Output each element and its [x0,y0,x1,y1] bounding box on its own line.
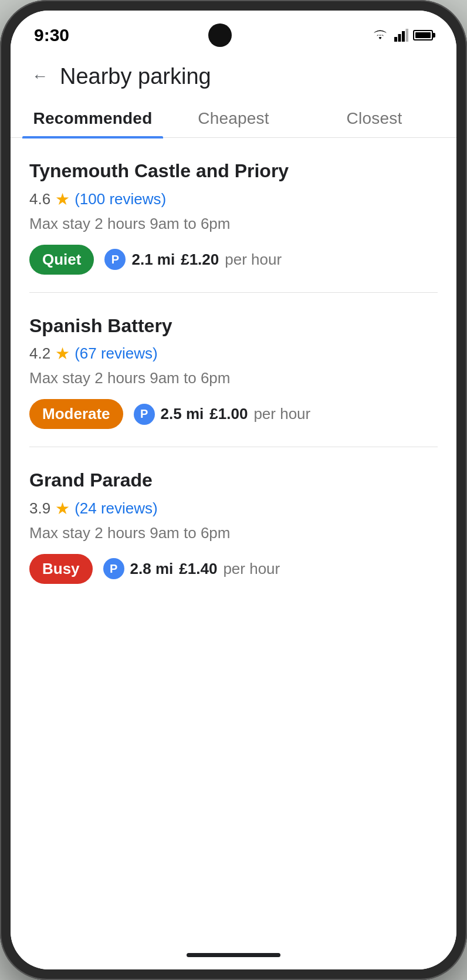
distance-value: 2.8 mi [130,560,174,578]
distance-container: P 2.5 mi £1.00 per hour [134,404,311,425]
back-arrow-icon: ← [32,67,48,86]
max-stay-text: Max stay 2 hours 9am to 6pm [29,524,438,542]
home-bar [187,953,280,957]
price-value: £1.00 [209,405,248,423]
signal-icon [394,29,408,42]
price-value: £1.40 [179,560,217,578]
parking-item-spanish-battery[interactable]: Spanish Battery 4.2 ★ (67 reviews) Max s… [29,293,438,448]
wifi-icon [371,29,390,42]
busyness-badge: Moderate [29,399,123,429]
info-row: Busy P 2.8 mi £1.40 per hour [29,554,438,584]
tabs-container: Recommended Cheapest Closest [11,99,456,138]
price-value: £1.20 [181,251,219,269]
max-stay-text: Max stay 2 hours 9am to 6pm [29,369,438,387]
back-button[interactable]: ← [27,63,53,89]
price-unit: per hour [253,405,310,423]
star-icon: ★ [55,499,70,518]
parking-name: Spanish Battery [29,314,438,339]
parking-list: Tynemouth Castle and Priory 4.6 ★ (100 r… [11,138,456,940]
rating-row: 4.2 ★ (67 reviews) [29,344,438,363]
info-row: Moderate P 2.5 mi £1.00 per hour [29,399,438,429]
distance-container: P 2.8 mi £1.40 per hour [103,558,280,579]
rating-number: 3.9 [29,499,50,518]
parking-item-grand-parade[interactable]: Grand Parade 3.9 ★ (24 reviews) Max stay… [29,447,438,601]
rating-number: 4.6 [29,190,50,208]
star-icon: ★ [55,190,70,209]
parking-name: Grand Parade [29,468,438,493]
tab-cheapest[interactable]: Cheapest [163,99,304,137]
star-icon: ★ [55,344,70,363]
camera-cutout [208,23,232,47]
phone-screen: 9:30 [11,11,456,969]
svg-rect-0 [394,37,397,42]
parking-pin-icon: P [103,558,124,579]
battery-icon [413,30,433,40]
status-bar: 9:30 [11,11,456,53]
status-icons [371,29,433,42]
reviews-link[interactable]: (67 reviews) [75,344,158,363]
parking-pin-icon: P [104,249,126,270]
svg-rect-2 [402,31,405,42]
svg-rect-1 [398,34,401,42]
tab-recommended[interactable]: Recommended [22,99,163,137]
max-stay-text: Max stay 2 hours 9am to 6pm [29,215,438,233]
rating-row: 3.9 ★ (24 reviews) [29,499,438,518]
info-row: Quiet P 2.1 mi £1.20 per hour [29,245,438,275]
distance-value: 2.1 mi [131,251,175,269]
status-time: 9:30 [34,25,69,45]
rating-number: 4.2 [29,344,50,363]
price-unit: per hour [223,560,280,578]
phone-shell: 9:30 [0,0,467,980]
home-indicator [11,940,456,969]
distance-container: P 2.1 mi £1.20 per hour [104,249,282,270]
distance-value: 2.5 mi [161,405,204,423]
reviews-link[interactable]: (24 reviews) [75,499,158,518]
busyness-badge: Busy [29,554,93,584]
svg-rect-3 [405,29,408,42]
parking-name: Tynemouth Castle and Priory [29,159,438,184]
rating-row: 4.6 ★ (100 reviews) [29,190,438,209]
parking-pin-icon: P [134,404,155,425]
page-title: Nearby parking [60,64,211,89]
header: ← Nearby parking [11,53,456,99]
price-unit: per hour [225,251,282,269]
parking-item-tynemouth[interactable]: Tynemouth Castle and Priory 4.6 ★ (100 r… [29,138,438,293]
busyness-badge: Quiet [29,245,94,275]
reviews-link[interactable]: (100 reviews) [75,190,166,208]
tab-closest[interactable]: Closest [304,99,445,137]
